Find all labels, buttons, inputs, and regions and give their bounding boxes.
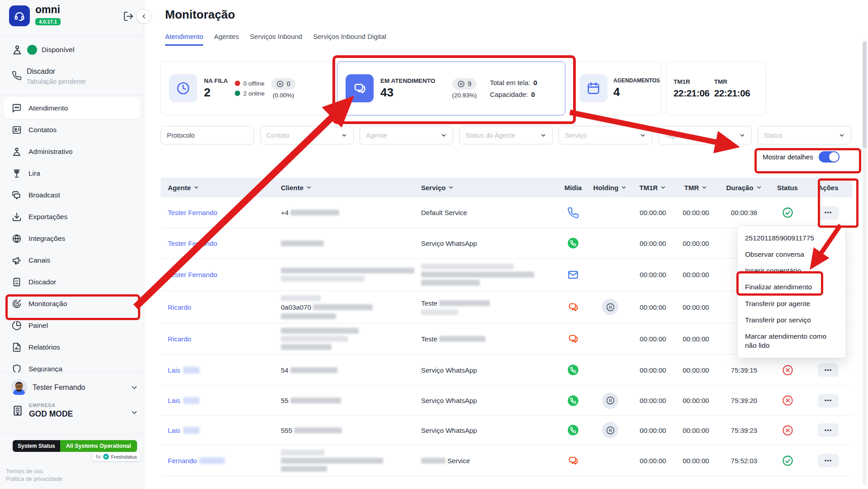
holding-cell	[589, 386, 631, 415]
redacted-text	[281, 240, 324, 246]
row-actions-button[interactable]: •••	[818, 423, 839, 437]
sidebar-item-broadcast[interactable]: Broadcast	[0, 184, 144, 206]
media-cell	[557, 228, 589, 258]
col-header-cliente[interactable]: Cliente	[274, 184, 414, 192]
sidebar-item-seguran-a[interactable]: Segurança	[0, 358, 144, 372]
col-header-tm1r[interactable]: TM1R	[631, 184, 675, 192]
check-icon	[782, 206, 794, 219]
scrollbar-thumb[interactable]	[863, 42, 867, 148]
filter-status[interactable]: Status	[758, 126, 851, 144]
col-header-holding[interactable]: Holding	[589, 184, 631, 192]
company-name[interactable]: GOD MODE	[29, 409, 73, 419]
row-actions-button[interactable]: •••	[818, 454, 839, 467]
client-cell	[274, 323, 414, 354]
agent-link[interactable]: Tester Fernando	[168, 209, 217, 216]
avatar[interactable]	[11, 379, 27, 396]
context-menu-item-finalizar-atendimento[interactable]: Finalizar atendimento	[738, 279, 845, 295]
sidebar-item-contatos[interactable]: Contatos	[0, 119, 144, 141]
filter-status-do-agente[interactable]: Status do Agente	[459, 126, 553, 144]
chevron-down-icon[interactable]	[130, 384, 138, 392]
tmr-cell: 00:00:00	[675, 197, 717, 228]
context-menu-item-inserir-coment-rio[interactable]: Inserir comentário	[738, 263, 845, 279]
filter-contato[interactable]: Contato	[260, 126, 354, 144]
filter-protocolo[interactable]: Protocolo	[161, 126, 254, 144]
cell-text: +4	[281, 209, 289, 216]
col-header-tmr[interactable]: TMR	[675, 184, 717, 192]
agent-link[interactable]: Tester Fernando	[168, 271, 217, 278]
tm1r-value: 22:21:06	[674, 88, 710, 99]
filter-agente[interactable]: Agente	[360, 126, 453, 144]
redacted-text	[281, 313, 336, 319]
agent-link[interactable]: Lais	[168, 397, 180, 404]
em-atendimento-kv: EM ATENDIMENTO 43	[380, 77, 435, 100]
agent-link[interactable]: Fernando	[168, 457, 197, 465]
x-icon	[782, 394, 794, 407]
context-menu-item-transferir-por-agente[interactable]: Transferir por agente	[738, 296, 845, 312]
table-row: Lais555Serviço WhatsApp00:00:0000:00:007…	[161, 416, 853, 445]
sidebar-item-relat-rios[interactable]: Relatórios	[0, 336, 144, 358]
row-actions-button[interactable]: •••	[818, 206, 839, 220]
sidebar-collapse-button[interactable]	[137, 9, 151, 24]
capacity-label: Capacidade:	[490, 91, 528, 98]
status-available-dot[interactable]	[27, 45, 37, 55]
agent-link[interactable]: Ricardo	[168, 303, 191, 311]
bubbles-icon	[12, 190, 22, 200]
redacted-text	[290, 210, 339, 216]
client-cell: 555	[274, 416, 414, 445]
freshstatus-badge[interactable]: by Freshstatus	[92, 452, 141, 461]
offline-dot	[235, 81, 240, 86]
row-actions-button[interactable]: •••	[818, 363, 839, 377]
col-header-agente[interactable]: Agente	[161, 184, 274, 192]
system-status-badge[interactable]: System Status All Systems Operational	[13, 440, 137, 452]
sidebar-item-exporta-es[interactable]: Exportações	[0, 206, 144, 228]
tab-servi-os-inbound[interactable]: Serviços Inbound	[250, 33, 302, 46]
sidebar-item-discador[interactable]: Discador	[0, 271, 144, 293]
chevron-down-icon	[640, 132, 646, 139]
megaphone-icon	[12, 255, 22, 265]
context-menu-item-transferir-por-servi-o[interactable]: Transferir por serviço	[738, 312, 845, 328]
table-row: Tester Fernando+4Default Service00:00:00…	[161, 197, 853, 228]
filter-tags[interactable]: Tags	[658, 126, 752, 144]
logout-icon[interactable]	[123, 11, 134, 22]
sidebar-item-canais[interactable]: Canais	[0, 249, 144, 271]
context-menu-item-observar-conversa[interactable]: Observar conversa	[738, 246, 845, 263]
tab-agentes[interactable]: Agentes	[214, 33, 239, 46]
row-actions-button[interactable]: •••	[818, 394, 839, 408]
sidebar-item-monitora-o[interactable]: Monitoração	[0, 293, 144, 315]
capacity-stats: Total em tela:0 Capacidade:0	[490, 79, 537, 98]
agent-link[interactable]: Lais	[168, 427, 180, 434]
chevron-down-icon	[839, 132, 845, 139]
tab-atendimento[interactable]: Atendimento	[165, 33, 203, 46]
col-header-dura-o[interactable]: Duração	[717, 184, 771, 192]
col-header-label: Duração	[726, 184, 753, 192]
tab-servi-os-inbound-digital[interactable]: Serviços Inbound Digital	[313, 33, 386, 46]
agent-link[interactable]: Tester Fernando	[168, 240, 217, 247]
contact-icon	[12, 125, 22, 135]
col-header-label: Serviço	[421, 184, 446, 192]
context-menu-item-marcar-atendimento-como-n-o-lido[interactable]: Marcar atendimento como não lido	[738, 328, 845, 354]
sidebar-item-integra-es[interactable]: Integrações	[0, 228, 144, 249]
table-row: Lais54Serviço WhatsApp00:00:0000:00:0075…	[161, 355, 853, 386]
agent-link[interactable]: Lais	[168, 366, 180, 374]
radar-icon	[12, 299, 22, 309]
show-details-toggle[interactable]	[819, 151, 840, 163]
pause-count: 9	[468, 80, 471, 87]
sidebar-item-administrativo[interactable]: Administrativo	[0, 141, 144, 163]
app-name: omni	[35, 4, 60, 16]
filter-servi-o[interactable]: Serviço	[559, 126, 652, 144]
agent-link[interactable]: Ricardo	[168, 335, 191, 343]
user-name[interactable]: Tester Fernando	[33, 384, 85, 392]
col-header-servi-o[interactable]: Serviço	[414, 184, 557, 192]
terms-link[interactable]: Termos de uso	[6, 468, 43, 475]
status-cell	[771, 445, 804, 476]
chevron-down-icon[interactable]	[130, 408, 138, 417]
context-menu-item-251201185900911775[interactable]: 251201185900911775	[738, 230, 845, 246]
sidebar-item-lira[interactable]: Lira	[0, 163, 144, 184]
redacted-text	[421, 309, 458, 315]
sidebar-item-painel[interactable]: Painel	[0, 315, 144, 336]
privacy-link[interactable]: Politica de privacidade	[6, 476, 62, 482]
phonebook-icon	[12, 277, 22, 287]
dialer-title[interactable]: Discador	[27, 67, 55, 76]
actions-cell: •••	[804, 355, 853, 385]
sidebar-item-atendimento[interactable]: Atendimento	[4, 97, 140, 119]
